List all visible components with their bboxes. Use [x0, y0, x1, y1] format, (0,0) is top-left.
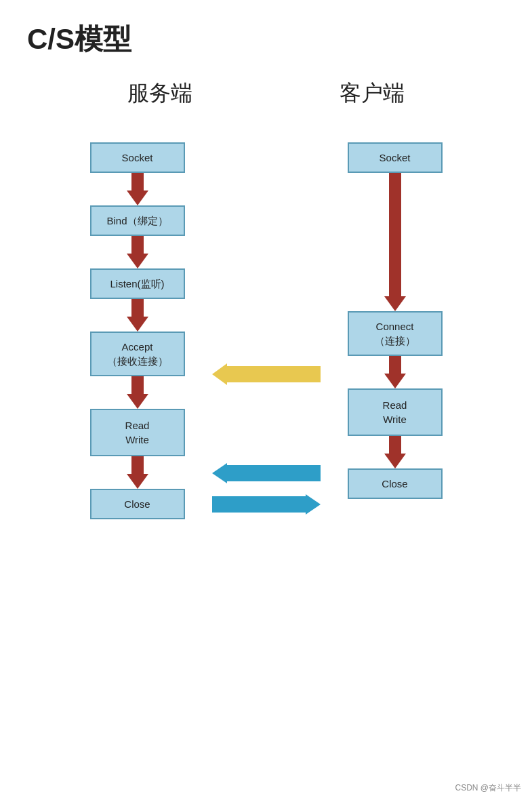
arrow-socket-bind [127, 173, 148, 205]
arrow-bind-listen [127, 236, 148, 268]
server-column: Socket Bind（绑定） Listen(监听) Accept（接收连接） [70, 142, 205, 519]
arrow-accept-readwrite [127, 376, 148, 409]
box-bind: Bind（绑定） [90, 205, 185, 236]
page: C/S模型 服务端 客户端 Socket Bind（绑定） Listen(监听) [0, 0, 532, 802]
arrow-connect-readwrite [384, 356, 406, 388]
server-label: 服务端 [127, 79, 192, 108]
box-close-client: Close [348, 468, 443, 499]
box-listen: Listen(监听) [90, 268, 185, 299]
box-readwrite-client: ReadWrite [348, 388, 443, 436]
arrow-listen-accept [127, 299, 148, 332]
box-socket-server: Socket [90, 142, 185, 173]
arrow-connect-accept [212, 359, 321, 389]
box-connect: Connect（连接） [348, 311, 443, 356]
box-close-server: Close [90, 489, 185, 519]
box-readwrite-server: ReadWrite [90, 409, 185, 456]
center-column [205, 142, 327, 517]
client-label: 客户端 [340, 79, 405, 108]
arrow-read-left [212, 461, 321, 485]
watermark: CSDN @奋斗半半 [455, 782, 521, 794]
arrow-readwrite-close-server [127, 456, 148, 489]
box-socket-client: Socket [348, 142, 443, 173]
box-accept: Accept（接收连接） [90, 332, 185, 376]
arrow-write-right [212, 492, 321, 517]
tall-line-client [384, 173, 406, 311]
client-column: Socket Connect（连接） ReadWrite Close [327, 142, 463, 499]
page-title: C/S模型 [27, 20, 518, 58]
arrow-readwrite-close-client [384, 436, 406, 468]
